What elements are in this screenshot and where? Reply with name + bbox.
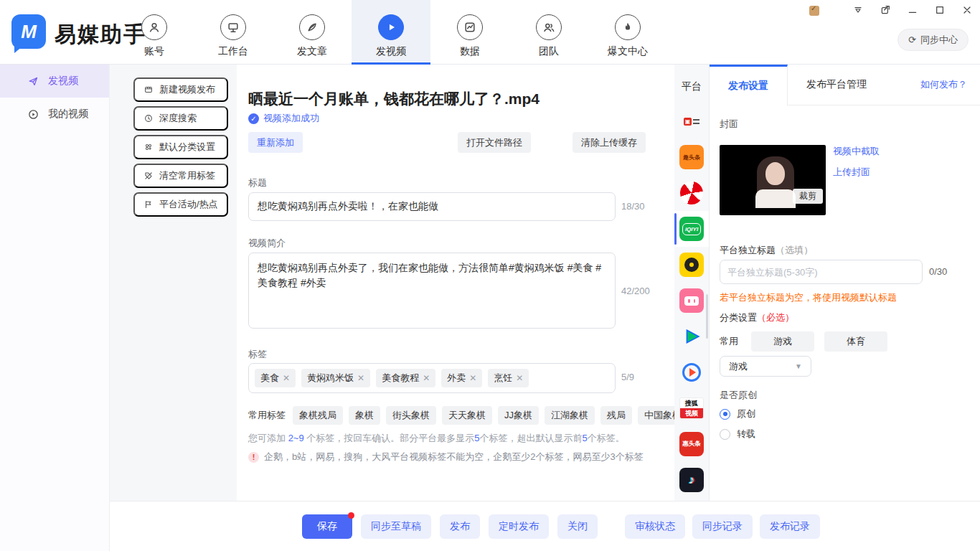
capture-from-video-link[interactable]: 视频中截取 — [833, 145, 880, 158]
cover-thumbnail[interactable]: 裁剪 — [720, 145, 826, 215]
category-option-体育[interactable]: 体育 — [824, 331, 887, 352]
sidebar-item-发视频[interactable]: 发视频 — [0, 65, 109, 98]
platform-icon-iqiyi[interactable]: iQIYI — [674, 211, 709, 247]
common-tag-象棋[interactable]: 象棋 — [349, 406, 380, 425]
tag-chip: 黄焖鸡米饭✕ — [301, 369, 370, 387]
upload-cover-link[interactable]: 上传封面 — [833, 166, 870, 179]
category-select[interactable]: 游戏 ▼ — [720, 356, 811, 377]
common-tag-街头象棋[interactable]: 街头象棋 — [386, 406, 436, 425]
common-tag-象棋残局[interactable]: 象棋残局 — [293, 406, 343, 425]
open-file-path-button[interactable]: 打开文件路径 — [458, 132, 531, 153]
logo-glyph: M — [21, 21, 37, 43]
remove-tag-icon[interactable]: ✕ — [283, 373, 290, 383]
description-label: 视频简介 — [248, 237, 286, 250]
bottom-button-定时发布[interactable]: 定时发布 — [489, 514, 549, 539]
video-form-card: 晒最近一个月账单，钱都花在哪儿了？.mp4 ✓ 视频添加成功 重新添加 打开文件… — [237, 65, 674, 501]
how-to-publish-link[interactable]: 如何发布？ — [920, 78, 967, 91]
platform-scrollbar[interactable] — [706, 294, 708, 339]
grid-icon — [143, 142, 154, 152]
bottom-button-同步记录[interactable]: 同步记录 — [692, 514, 753, 539]
upload-status: ✓ 视频添加成功 — [248, 112, 319, 125]
bottom-button-同步至草稿[interactable]: 同步至草稿 — [361, 514, 431, 539]
platform-list: ▣趣头条iQIYI搜狐视频惠头条♪Oo — [674, 103, 709, 534]
team-icon — [536, 14, 562, 40]
action-button-默认分类设置[interactable]: 默认分类设置 — [133, 135, 228, 159]
category-common-row: 常用 游戏体育 — [720, 331, 887, 352]
nav-item-团队[interactable]: 团队 — [509, 0, 588, 65]
crop-button[interactable]: 裁剪 — [793, 189, 823, 204]
common-tag-江湖象棋[interactable]: 江湖象棋 — [545, 406, 595, 425]
platform-icon-qutoutiao[interactable]: 趣头条 — [674, 139, 709, 175]
bottom-button-发布记录[interactable]: 发布记录 — [760, 514, 820, 539]
platform-icon-douyin[interactable]: ♪ — [674, 462, 709, 498]
article-icon — [299, 14, 325, 40]
platform-icon-xigua-video[interactable] — [674, 354, 709, 390]
sidebar-item-我的视频[interactable]: 我的视频 — [0, 98, 109, 131]
category-common-label: 常用 — [720, 335, 738, 348]
platform-icon-huitoutiao[interactable]: 惠头条 — [674, 426, 709, 462]
radio-dot-icon — [720, 409, 730, 420]
tags-warning: ! 企鹅，b站，网易，搜狗，大风平台视频标签不能为空，企鹅至少2个标签，网易至少… — [248, 451, 644, 463]
readd-video-button[interactable]: 重新添加 — [248, 132, 303, 153]
platform-icon-ifeng[interactable] — [674, 175, 709, 211]
platform-icon-mini-badge[interactable]: ▣ — [674, 103, 709, 139]
tags-input-box[interactable]: 美食✕黄焖鸡米饭✕美食教程✕外卖✕烹饪✕ — [248, 363, 616, 393]
tab-发布设置[interactable]: 发布设置 — [710, 65, 788, 105]
close-window-icon[interactable] — [961, 4, 973, 16]
independent-title-label: 平台独立标题（选填） — [720, 244, 813, 257]
feedback-window-icon[interactable] — [880, 4, 891, 16]
nav-item-爆文中心[interactable]: 爆文中心 — [588, 0, 667, 65]
platform-icon-tencent-video[interactable] — [674, 319, 709, 354]
save-button[interactable]: 保存 — [302, 514, 352, 539]
video-play-icon — [378, 14, 404, 40]
collapse-window-icon[interactable] — [852, 4, 864, 16]
bottom-right-buttons: 审核状态同步记录发布记录 — [625, 514, 820, 539]
bottom-button-关闭[interactable]: 关闭 — [557, 514, 598, 539]
radio-dot-icon — [720, 429, 730, 440]
maximize-window-icon[interactable] — [934, 4, 946, 16]
common-tag-残局[interactable]: 残局 — [600, 406, 632, 425]
independent-title-counter: 0/30 — [929, 266, 947, 277]
remove-tag-icon[interactable]: ✕ — [357, 373, 364, 383]
tray-plugin-icon[interactable] — [809, 6, 819, 16]
minimize-window-icon[interactable] — [907, 4, 918, 16]
description-textarea[interactable]: 想吃黄焖鸡别再点外卖了，我们在家也能做，方法很简单#黄焖鸡米饭 #美食 #美食教… — [248, 253, 616, 329]
app-header: M 易媒助手 账号工作台发文章发视频数据团队爆文中心 ⟳ 同步中心 — [0, 0, 980, 65]
sync-center-button[interactable]: ⟳ 同步中心 — [897, 29, 969, 51]
nav-item-数据[interactable]: 数据 — [430, 0, 509, 65]
publish-settings-panel: 发布设置发布平台管理如何发布？ 封面 裁剪 视频中截取 上传封面 平台独立标题（… — [709, 65, 980, 501]
top-nav: 账号工作台发文章发视频数据团队爆文中心 — [115, 0, 667, 65]
nav-item-发视频[interactable]: 发视频 — [352, 0, 430, 65]
independent-title-input[interactable] — [720, 260, 923, 284]
action-button-深度搜索[interactable]: 深度搜索 — [133, 106, 228, 131]
nav-item-工作台[interactable]: 工作台 — [194, 0, 273, 65]
tab-发布平台管理[interactable]: 发布平台管理 — [788, 65, 885, 105]
clear-upload-cache-button[interactable]: 清除上传缓存 — [573, 132, 646, 153]
common-tag-中国象棋[interactable]: 中国象棋 — [638, 406, 674, 425]
common-tag-JJ象棋[interactable]: JJ象棋 — [498, 406, 539, 425]
platform-icon-sohu-video[interactable]: 搜狐视频 — [674, 390, 709, 426]
bottom-button-审核状态[interactable]: 审核状态 — [625, 514, 685, 539]
remove-tag-icon[interactable]: ✕ — [516, 373, 523, 383]
platform-icon-bilibili[interactable] — [674, 283, 709, 319]
title-input[interactable] — [248, 192, 616, 221]
actions-panel: 新建视频发布深度搜索默认分类设置清空常用标签平台活动/热点 — [110, 65, 248, 501]
category-option-游戏[interactable]: 游戏 — [751, 331, 814, 352]
radio-转载[interactable]: 转载 — [720, 428, 755, 441]
action-button-平台活动/热点[interactable]: 平台活动/热点 — [133, 192, 228, 217]
radio-原创[interactable]: 原创 — [720, 408, 755, 420]
tag-clear-icon — [143, 171, 154, 181]
remove-tag-icon[interactable]: ✕ — [469, 373, 476, 383]
chevron-down-icon: ▼ — [795, 362, 802, 370]
common-tag-天天象棋[interactable]: 天天象棋 — [442, 406, 492, 425]
platform-icon-record-disc[interactable] — [674, 247, 709, 283]
nav-item-发文章[interactable]: 发文章 — [273, 0, 352, 65]
app-logo: M — [11, 14, 46, 49]
nav-item-账号[interactable]: 账号 — [115, 0, 194, 65]
remove-tag-icon[interactable]: ✕ — [423, 373, 430, 383]
action-button-清空常用标签[interactable]: 清空常用标签 — [133, 164, 228, 188]
tags-hint-text: 您可添加 2~9 个标签，按回车确认。部分平台最多显示5个标签，超出默认显示前5… — [248, 432, 625, 445]
platform-rail: 平台 ▣趣头条iQIYI搜狐视频惠头条♪Oo — [674, 65, 709, 501]
action-button-新建视频发布[interactable]: 新建视频发布 — [133, 77, 228, 102]
bottom-button-发布[interactable]: 发布 — [440, 514, 480, 539]
